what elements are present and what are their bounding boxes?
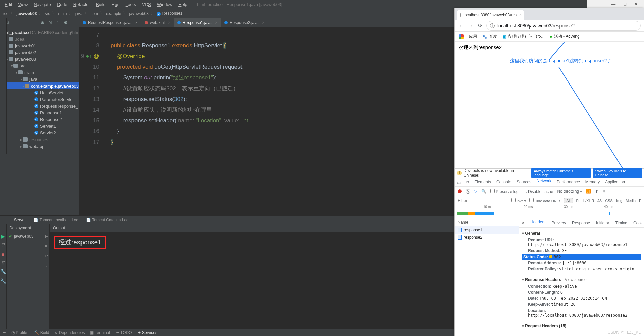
dt-tab[interactable]: Elements	[474, 180, 491, 184]
menu-code[interactable]: Code	[54, 1, 70, 8]
bookmark-apps[interactable]: 应用	[469, 34, 477, 39]
menu-window[interactable]: Window	[154, 1, 175, 8]
section-title[interactable]: General	[522, 230, 641, 237]
menu-navigate[interactable]: Navigate	[31, 1, 53, 8]
tree-row[interactable]: ▸resources	[0, 136, 79, 143]
editor-tab[interactable]: Response2.java×	[221, 18, 268, 27]
os-min-icon[interactable]: —	[611, 2, 615, 7]
clear-icon[interactable]	[466, 189, 470, 194]
filter-chip-all[interactable]: All	[564, 198, 573, 203]
menu-build[interactable]: Build	[93, 1, 108, 8]
os-max-icon[interactable]: □	[624, 2, 626, 7]
crumb[interactable]: javaweb03	[15, 11, 38, 16]
preserve-log-checkbox[interactable]: Preserve log	[490, 189, 519, 194]
section-title[interactable]: Request Headers (15)	[522, 322, 641, 330]
detail-tab-active[interactable]: Headers	[530, 220, 545, 226]
apps-icon[interactable]	[459, 34, 464, 39]
net-row[interactable]: response2	[455, 234, 519, 241]
tab-close-icon[interactable]: ×	[135, 20, 138, 25]
crumb[interactable]: src	[43, 11, 51, 16]
status-profiler[interactable]: ◔ Profiler	[11, 330, 29, 335]
chrome-tab-close-icon[interactable]: ×	[519, 13, 522, 17]
record-icon[interactable]	[458, 189, 462, 193]
tree-row[interactable]: .idea	[0, 36, 79, 42]
back-icon[interactable]: ←	[458, 23, 464, 29]
tree-row[interactable]: CHelloServlet	[0, 89, 79, 96]
dt-tab[interactable]: Performance	[557, 180, 580, 184]
menu-vcs[interactable]: VCS	[139, 1, 154, 8]
editor-tab[interactable]: web.xml×	[141, 18, 174, 27]
crumb[interactable]: javaweb03	[128, 11, 150, 16]
scroll-icon[interactable]: ⤓	[44, 263, 48, 268]
dt-tab[interactable]: Application	[605, 180, 625, 184]
bookmark-bilibili[interactable]: ▣哔哩哔哩 (゜-゜)つ...	[502, 34, 544, 39]
tree-row[interactable]: ▾com.example.javaweb03	[0, 82, 79, 89]
menu-tools[interactable]: Tools	[123, 1, 139, 8]
tree-row[interactable]: javaweb02	[0, 49, 79, 56]
expand-icon[interactable]: ⇲	[48, 20, 52, 25]
tab-close-icon[interactable]: ×	[168, 20, 170, 25]
os-close-icon[interactable]: ✕	[634, 2, 638, 7]
crumb[interactable]: com	[89, 11, 99, 16]
tree-root[interactable]: ▾tml_practice D:\LEARING\codeing\html_	[0, 29, 79, 36]
menu-run[interactable]: Run	[109, 1, 122, 8]
crumb[interactable]: ice	[2, 11, 10, 16]
upload-icon[interactable]: ⬆	[595, 189, 598, 194]
dt-tab[interactable]: Console	[496, 180, 511, 184]
filter-chip[interactable]: CSS	[605, 199, 613, 203]
stop2-icon[interactable]: ■	[45, 243, 48, 248]
detail-close-icon[interactable]: ×	[522, 221, 524, 225]
editor-tab-active[interactable]: Response1.java×	[174, 18, 221, 27]
address-bar[interactable]: i localhost:8080/javaweb03/response2	[486, 21, 641, 31]
status-dep[interactable]: ≋ Dependencies	[54, 330, 85, 335]
dt-tab-active[interactable]: Network	[537, 179, 551, 185]
tab-close-icon[interactable]: ×	[215, 20, 217, 25]
tree-row[interactable]: CServlet2	[0, 129, 79, 136]
section-title[interactable]: Response Headers View source	[522, 276, 641, 283]
target-icon[interactable]: ⊕	[41, 20, 44, 25]
tree-row[interactable]: CResponse1	[0, 109, 79, 116]
menu-help[interactable]: Help	[176, 1, 190, 8]
tool-icon2[interactable]: 🔧	[0, 278, 6, 284]
invert-checkbox[interactable]: Invert	[511, 198, 526, 203]
tree-row[interactable]: CParameterServlet	[0, 96, 79, 103]
gear-icon[interactable]: ⚙	[64, 20, 68, 25]
crumb[interactable]: java	[73, 11, 84, 16]
filter-chip[interactable]: F	[639, 199, 641, 203]
tree-row[interactable]: ▾javaweb03	[0, 56, 79, 62]
filter-icon[interactable]: ▽	[474, 189, 477, 194]
filter-chip[interactable]: JS	[597, 199, 602, 203]
debug-icon[interactable]: ▶	[1, 234, 5, 239]
tree-row[interactable]: ▾java	[0, 76, 79, 82]
status-build[interactable]: 🔨 Build	[34, 330, 49, 335]
detail-tab[interactable]: Timing	[615, 221, 627, 225]
tree-row[interactable]: ▸webapp	[0, 143, 79, 150]
throttling-select[interactable]: No throttling ▾	[557, 189, 582, 194]
tab-close-icon[interactable]: ×	[262, 20, 264, 25]
tool-icon[interactable]: 🔧	[0, 269, 6, 274]
tree-row[interactable]: CRequestResponse_	[0, 103, 79, 109]
banner-switch-button[interactable]: Switch DevTools to Chinese	[593, 168, 642, 178]
network-timeline[interactable]: 10 ms 20 ms 30 ms 40 ms	[455, 205, 644, 218]
rerun-icon[interactable]: ▶	[45, 234, 48, 239]
tree-row[interactable]: ▾main	[0, 69, 79, 76]
wifi-icon[interactable]: 📶	[586, 189, 591, 194]
device-icon[interactable]: ⧉	[466, 180, 469, 184]
inspect-icon[interactable]: ⬚	[457, 180, 461, 184]
net-col-name[interactable]: Name	[455, 218, 519, 226]
status-todo[interactable]: ≔ TODO	[115, 330, 132, 335]
menu-view[interactable]: View	[15, 1, 30, 8]
services-tab-catalina[interactable]: 📄 Tomcat Catalina Log	[86, 218, 129, 222]
editor-tab[interactable]: RequestResponse_.java×	[79, 18, 141, 27]
soft-wrap-icon[interactable]: ↩	[44, 253, 48, 258]
stop-icon[interactable]: ■	[2, 251, 4, 257]
bookmark-acwing[interactable]: ●活动 - AcWing	[550, 34, 579, 39]
crumb[interactable]: main	[57, 11, 68, 16]
menu-edit[interactable]: Edit	[2, 1, 15, 8]
disable-cache-checkbox[interactable]: Disable cache	[523, 189, 553, 194]
tree-row[interactable]: CServlet1	[0, 123, 79, 129]
chrome-new-tab-icon[interactable]: +	[527, 11, 531, 18]
site-info-icon[interactable]: i	[490, 23, 495, 28]
tree-row[interactable]: ▾src	[0, 62, 79, 69]
chrome-tab[interactable]: localhost:8080/javaweb03/res ×	[457, 10, 524, 20]
